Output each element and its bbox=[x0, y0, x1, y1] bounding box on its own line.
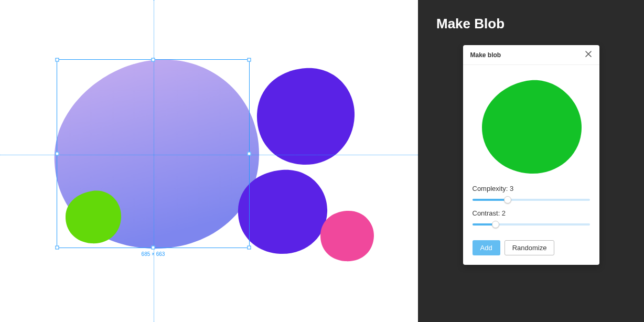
make-blob-panel: Make blob Complexity: 3 Contrast: bbox=[463, 45, 599, 265]
randomize-button[interactable]: Randomize bbox=[505, 240, 555, 255]
complexity-label: Complexity: 3 bbox=[473, 185, 590, 192]
complexity-slider[interactable] bbox=[473, 196, 590, 204]
blob-pink[interactable] bbox=[320, 211, 374, 261]
contrast-label: Contrast: 2 bbox=[473, 209, 590, 217]
preview-blob bbox=[479, 77, 584, 177]
blob-purple-top[interactable] bbox=[257, 68, 355, 165]
add-button[interactable]: Add bbox=[473, 240, 500, 255]
guide-vertical bbox=[154, 0, 154, 322]
sidebar-title: Make Blob bbox=[436, 16, 626, 32]
close-icon[interactable] bbox=[585, 50, 592, 59]
panel-header: Make blob bbox=[463, 45, 599, 65]
sidebar: Make Blob Make blob Complexity: 3 bbox=[418, 0, 644, 322]
canvas-area[interactable]: 685 × 663 bbox=[0, 0, 418, 322]
contrast-thumb[interactable] bbox=[492, 221, 499, 228]
blob-purple-bottom[interactable] bbox=[238, 170, 327, 254]
guide-horizontal bbox=[0, 155, 418, 155]
panel-title: Make blob bbox=[470, 51, 501, 59]
preview-area bbox=[473, 74, 590, 179]
complexity-thumb[interactable] bbox=[504, 196, 511, 203]
canvas-svg bbox=[0, 0, 418, 322]
contrast-slider[interactable] bbox=[473, 220, 590, 229]
